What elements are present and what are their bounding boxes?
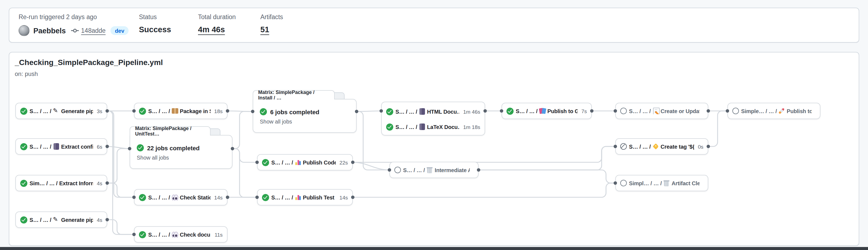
job-label: S… / … / Publish Test Re… xyxy=(271,194,336,201)
job-duration: 1m 18s xyxy=(462,124,480,130)
matrix-summary-row: 22 jobs completed xyxy=(137,144,225,151)
eyes-icon xyxy=(172,194,178,201)
package-icon xyxy=(172,108,178,114)
git-commit-icon xyxy=(71,27,79,34)
status-icon xyxy=(732,108,739,114)
job-duration: 18s xyxy=(213,108,223,114)
job-name: Publish to GH-P… xyxy=(548,108,578,114)
job-name: Publish Code C… xyxy=(303,159,336,165)
status-icon xyxy=(262,194,269,201)
job-node-publish-test-results[interactable]: S… / … / Publish Test Re… 14s xyxy=(257,189,353,206)
job-label: S… / … / LaTeX Docu… xyxy=(396,123,459,130)
job-prefix: S… / … / xyxy=(148,194,170,200)
bar-chart-icon xyxy=(295,194,301,201)
job-prefix: S… / … / xyxy=(271,194,293,200)
job-prefix: S… / … / xyxy=(516,108,538,114)
status-icon xyxy=(620,180,627,186)
notebook-icon xyxy=(419,108,426,115)
status-icon xyxy=(20,179,27,187)
job-label: S… / … / Extract configur… xyxy=(30,143,93,150)
job-name: Create tag '${{ in… xyxy=(661,143,694,149)
matrix-unittest-tab[interactable]: Matrix: SimplePackage / UnitTest… xyxy=(130,126,211,136)
job-label: S… / … / Create or Update R… xyxy=(629,108,700,114)
job-label: S… / … / Publish to GH-P… xyxy=(516,108,578,114)
job-duration: 4s xyxy=(95,180,102,186)
job-label: S… / … / Check docume… xyxy=(148,231,211,238)
job-duration: 22s xyxy=(338,159,348,165)
matrix-install-box[interactable]: 6 jobs completed Show all jobs xyxy=(253,99,356,133)
job-label: S… / … / Check Static Ty… xyxy=(148,194,210,201)
duration-label: Total duration xyxy=(198,14,236,20)
trash-icon xyxy=(663,180,670,186)
status-icon xyxy=(20,216,27,223)
status-label: Status xyxy=(139,14,171,20)
job-duration: 14s xyxy=(338,194,348,200)
job-name: HTML Docu… xyxy=(427,108,459,114)
show-all-jobs-link[interactable]: Show all jobs xyxy=(260,118,292,124)
matrix-unittest-box[interactable]: 22 jobs completed Show all jobs xyxy=(130,135,232,169)
branch-badge[interactable]: dev xyxy=(111,26,128,35)
job-name: Publish to PyPI xyxy=(787,108,812,114)
status-icon xyxy=(139,231,146,238)
job-label: Simpl… / … / Artifact Cleanup xyxy=(629,180,700,186)
job-prefix: S… / … / xyxy=(403,167,425,173)
job-node-publish-to-pypi[interactable]: Simple… / … / Publish to PyPI xyxy=(727,103,820,119)
job-label: S… / … / HTML Docu… xyxy=(396,108,459,115)
job-node-latex-documentation[interactable]: S… / … / LaTeX Docu… 1m 18s xyxy=(382,119,485,135)
taskbar-edge xyxy=(0,247,868,250)
books-icon xyxy=(539,108,546,114)
memo-icon xyxy=(652,108,659,114)
eyes-icon xyxy=(172,231,178,238)
job-node-artifact-cleanup[interactable]: Simpl… / … / Artifact Cleanup xyxy=(615,175,708,191)
status-icon xyxy=(394,167,401,173)
job-prefix: Sim… / … / xyxy=(30,180,57,186)
job-name: LaTeX Docu… xyxy=(427,124,459,130)
actor-avatar[interactable] xyxy=(19,25,30,36)
job-group-documentation[interactable]: S… / … / HTML Docu… 1m 46s S… / … / LaTe… xyxy=(381,102,485,136)
artifacts-label: Artifacts xyxy=(260,14,283,20)
run-trigger-column: Re-run triggered 2 days ago Paebbels 148… xyxy=(19,14,129,36)
commit-sha-link[interactable]: 148adde xyxy=(81,27,106,34)
job-name: Publish Test Re… xyxy=(303,194,336,200)
job-node-generate-pipeline-2[interactable]: S… / … / Generate pipelin… 4s xyxy=(15,212,107,228)
job-node-intermediate-artifacts[interactable]: S… / … / Intermediate Artifa… xyxy=(390,162,478,178)
status-value: Success xyxy=(139,25,171,34)
artifacts-count-link[interactable]: 51 xyxy=(260,25,283,34)
notebook-icon xyxy=(419,123,426,130)
matrix-install-tab[interactable]: Matrix: SimplePackage / Install / … xyxy=(253,90,335,100)
job-label: S… / … / Publish Code C… xyxy=(271,159,336,166)
job-node-html-documentation[interactable]: S… / … / HTML Docu… 1m 46s xyxy=(382,104,485,119)
job-prefix: S… / … / xyxy=(629,108,651,114)
job-duration: 3s xyxy=(95,108,102,114)
actor-name[interactable]: Paebbels xyxy=(33,27,66,35)
run-summary-card: Re-run triggered 2 days ago Paebbels 148… xyxy=(9,8,859,43)
job-node-package-source[interactable]: S… / … / Package in Sou… 18s xyxy=(134,103,227,119)
job-name: Artifact Cleanup xyxy=(672,180,700,186)
job-prefix: S… / … / xyxy=(30,108,52,114)
job-node-publish-to-gh-pages[interactable]: S… / … / Publish to GH-P… 7s xyxy=(501,103,592,119)
status-icon xyxy=(506,107,514,114)
job-node-publish-code-coverage[interactable]: S… / … / Publish Code C… 22s xyxy=(257,154,353,171)
job-name: Check Static Ty… xyxy=(180,194,211,200)
job-node-extract-configuration[interactable]: S… / … / Extract configur… 6s xyxy=(15,138,107,155)
duration-value[interactable]: 4m 46s xyxy=(198,25,236,34)
job-label: S… / … / Package in Sou… xyxy=(148,108,210,114)
status-skipped-icon xyxy=(620,143,627,150)
matrix-jobs-count: 22 jobs completed xyxy=(147,145,199,151)
job-duration: 4s xyxy=(95,217,102,223)
job-node-create-tag[interactable]: S… / … / Create tag '${{ in… 0s xyxy=(615,138,708,155)
job-node-check-static-typing[interactable]: S… / … / Check Static Ty… 14s xyxy=(134,189,227,206)
job-duration: 6s xyxy=(95,143,102,149)
status-icon xyxy=(139,194,146,201)
show-all-jobs-link[interactable]: Show all jobs xyxy=(137,155,169,160)
job-node-create-or-update-release[interactable]: S… / … / Create or Update R… xyxy=(615,103,708,119)
job-node-extract-information[interactable]: Sim… / … / Extract Information 4s xyxy=(15,175,107,191)
job-name: Extract configur… xyxy=(61,143,93,149)
job-name: Generate pipelin… xyxy=(61,108,93,114)
job-prefix: S… / … / xyxy=(271,159,293,165)
status-icon xyxy=(386,108,393,115)
job-node-check-documentation[interactable]: S… / … / Check docume… 11s xyxy=(134,226,227,243)
job-node-generate-pipeline-1[interactable]: S… / … / Generate pipelin… 3s xyxy=(15,103,107,119)
notebook-icon xyxy=(53,143,60,150)
pencil-icon xyxy=(53,216,60,223)
